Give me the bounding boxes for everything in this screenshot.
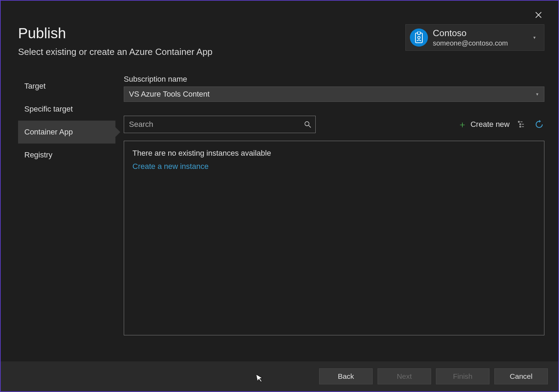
sidebar: Target Specific target Container App Reg… (18, 75, 115, 335)
close-icon (535, 9, 542, 20)
sidebar-item-target[interactable]: Target (18, 75, 115, 98)
close-button[interactable] (533, 9, 544, 21)
header-text: Publish Select existing or create an Azu… (18, 9, 212, 57)
account-email: someone@contoso.com (433, 39, 508, 48)
sidebar-item-registry[interactable]: Registry (18, 144, 115, 166)
actions: ＋ Create new (458, 119, 544, 131)
plus-icon: ＋ (458, 119, 467, 131)
empty-state-text: There are no existing instances availabl… (132, 149, 536, 158)
sidebar-item-label: Specific target (24, 105, 73, 113)
chevron-down-icon: ▼ (533, 35, 536, 40)
finish-button: Finish (436, 368, 489, 384)
svg-rect-5 (518, 121, 519, 122)
create-new-button[interactable]: ＋ Create new (458, 119, 510, 131)
search-icon (300, 121, 315, 128)
sidebar-item-label: Target (24, 82, 46, 90)
sidebar-item-label: Container App (24, 128, 73, 136)
svg-line-4 (309, 125, 311, 128)
view-mode-icon[interactable] (517, 119, 527, 130)
subscription-label: Subscription name (124, 75, 544, 84)
badge-icon (410, 28, 428, 47)
chevron-down-icon: ▼ (535, 92, 539, 96)
next-button: Next (378, 368, 431, 384)
refresh-icon[interactable] (534, 119, 544, 130)
cancel-button[interactable]: Cancel (494, 368, 548, 384)
page-title: Publish (18, 25, 212, 42)
toolbar-row: ＋ Create new (124, 116, 544, 133)
subscription-dropdown[interactable]: VS Azure Tools Content ▼ (124, 87, 544, 102)
svg-rect-9 (520, 126, 521, 127)
svg-rect-7 (520, 124, 521, 125)
svg-rect-1 (418, 32, 420, 34)
create-new-label: Create new (470, 120, 510, 129)
account-name: Contoso (433, 27, 508, 39)
instances-list: There are no existing instances availabl… (124, 141, 544, 335)
svg-point-2 (418, 36, 420, 39)
sidebar-item-container-app[interactable]: Container App (18, 121, 115, 144)
footer: Back Next Finish Cancel (1, 361, 558, 391)
create-instance-link[interactable]: Create a new instance (132, 162, 209, 171)
search-input[interactable] (124, 120, 300, 129)
account-text: Contoso someone@contoso.com (433, 27, 508, 48)
content: Subscription name VS Azure Tools Content… (124, 75, 544, 335)
main: Target Specific target Container App Reg… (1, 61, 558, 335)
account-selector[interactable]: Contoso someone@contoso.com ▼ (405, 24, 544, 51)
sidebar-item-specific-target[interactable]: Specific target (18, 98, 115, 121)
svg-point-3 (305, 122, 309, 126)
subscription-value: VS Azure Tools Content (129, 90, 210, 99)
back-button[interactable]: Back (319, 368, 373, 384)
search-box[interactable] (124, 116, 316, 133)
sidebar-item-label: Registry (24, 150, 52, 159)
page-subtitle: Select existing or create an Azure Conta… (18, 47, 212, 57)
